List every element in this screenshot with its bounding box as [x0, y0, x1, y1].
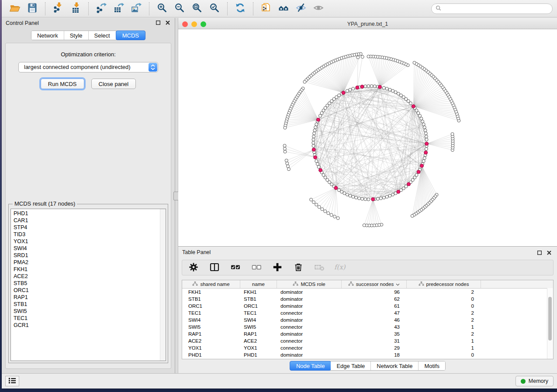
table-cell: 2: [407, 317, 481, 323]
table-cell: dominator: [277, 289, 342, 295]
table-row[interactable]: ACE2ACE2connector311: [182, 337, 553, 344]
zoom-selected-icon: [209, 2, 220, 15]
zoom-out-icon: [174, 2, 185, 15]
desktop-background: Control Panel NetworkStyleSelectMCDS Opt…: [0, 0, 557, 392]
network-canvas[interactable]: [178, 29, 557, 246]
search-input[interactable]: [444, 5, 548, 12]
tab-network[interactable]: Network: [31, 31, 64, 40]
mcds-result-item[interactable]: RAP1: [14, 294, 159, 301]
zoom-selected-button[interactable]: [206, 1, 223, 16]
mcds-result-item[interactable]: STB5: [14, 280, 159, 287]
table-row[interactable]: RAP1RAP1dominator352: [182, 330, 553, 337]
float-panel-icon[interactable]: [537, 249, 542, 257]
refresh-icon: [235, 2, 246, 15]
zoom-out-button[interactable]: [171, 1, 188, 16]
fx-icon: f(x): [334, 262, 347, 273]
mcds-result-item[interactable]: GCR1: [14, 322, 159, 329]
export-table-button[interactable]: [110, 1, 128, 16]
column-header-MCDS-role[interactable]: MCDS role: [277, 280, 342, 288]
export-network-button[interactable]: [93, 1, 110, 16]
mcds-result-item[interactable]: TEC1: [14, 315, 159, 322]
float-panel-icon[interactable]: [156, 20, 161, 25]
column-label: predecessor nodes: [426, 282, 469, 287]
shared-column-icon: [293, 281, 298, 287]
tab-node-table[interactable]: Node Table: [290, 361, 332, 371]
mcds-result-item[interactable]: SWI5: [14, 308, 159, 315]
mcds-result-item[interactable]: ACE2: [14, 273, 159, 280]
close-panel-icon[interactable]: [547, 249, 552, 257]
tab-mcds[interactable]: MCDS: [116, 31, 145, 40]
task-history-button[interactable]: [5, 376, 19, 386]
tab-motifs[interactable]: Motifs: [419, 361, 445, 370]
mcds-result-item[interactable]: FKH1: [14, 266, 159, 273]
show-columns-button[interactable]: [208, 261, 221, 274]
optimization-criterion-select[interactable]: largest connected component (undirected): [18, 62, 158, 72]
save-session-button[interactable]: [24, 1, 41, 16]
tab-edge-table[interactable]: Edge Table: [331, 361, 371, 370]
table-scrollbar[interactable]: [547, 288, 553, 359]
table-cell: STB1: [182, 296, 240, 302]
eye-icon: [313, 2, 324, 15]
mcds-result-item[interactable]: STB1: [14, 301, 159, 308]
table-row[interactable]: SWI4SWI4dominator462: [182, 316, 553, 323]
table-row[interactable]: PHD1PHD1dominator180: [182, 351, 553, 358]
table-cell: dominator: [277, 352, 342, 358]
tab-network-table[interactable]: Network Table: [371, 361, 419, 370]
network-graph[interactable]: [178, 29, 557, 246]
first-neighbors-button[interactable]: [275, 1, 292, 16]
mcds-result-item[interactable]: SWI4: [14, 245, 159, 252]
column-header-shared-name[interactable]: shared name: [182, 280, 240, 288]
table-row[interactable]: TEC1TEC1connector472: [182, 309, 553, 316]
mcds-result-item[interactable]: TID3: [14, 231, 159, 238]
mcds-result-item[interactable]: CAR1: [14, 217, 159, 224]
table-row[interactable]: FKH1FKH1dominator962: [182, 289, 553, 296]
open-session-button[interactable]: [6, 1, 24, 16]
delete-columns-button[interactable]: [292, 261, 304, 274]
table-row[interactable]: YOX1YOX1connector291: [182, 344, 553, 351]
export-image-button[interactable]: [128, 1, 145, 16]
mcds-result-item[interactable]: PHD1: [14, 210, 159, 217]
table-row[interactable]: ORC1ORC1dominator610: [182, 303, 553, 309]
table-cell: 2: [407, 310, 481, 316]
create-column-button[interactable]: [271, 261, 284, 274]
column-header-name[interactable]: name: [240, 280, 277, 288]
criterion-selected-value: largest connected component (undirected): [19, 62, 158, 72]
list-scrollbar[interactable]: [160, 209, 166, 361]
close-panel-icon[interactable]: [165, 20, 170, 25]
table-cell: 46: [342, 317, 407, 323]
import-network-button[interactable]: [49, 1, 67, 16]
tab-select[interactable]: Select: [89, 31, 116, 40]
table-row[interactable]: STB1STB1dominator620: [182, 296, 553, 303]
column-header-predecessor-nodes[interactable]: predecessor nodes: [407, 280, 481, 288]
table-settings-button[interactable]: [187, 261, 200, 274]
table-cell: 0: [407, 352, 481, 358]
run-mcds-button[interactable]: Run MCDS: [41, 79, 84, 89]
mcds-result-item[interactable]: YOX1: [14, 238, 159, 245]
mcds-result-item[interactable]: STP4: [14, 224, 159, 231]
refresh-view-button[interactable]: [232, 1, 249, 16]
table-cell: PHD1: [182, 352, 240, 358]
tab-style[interactable]: Style: [64, 31, 89, 40]
search-box[interactable]: [431, 3, 553, 14]
table-cell: 1: [407, 345, 481, 351]
close-panel-button[interactable]: Close panel: [91, 79, 136, 89]
hide-selected-button[interactable]: [292, 1, 310, 16]
panel-splitter[interactable]: [175, 18, 178, 373]
scrollbar-thumb[interactable]: [548, 297, 552, 340]
zoom-fit-button[interactable]: [188, 1, 206, 16]
import-table-button[interactable]: [67, 1, 84, 16]
memory-button[interactable]: Memory: [515, 376, 554, 386]
export-to-web-button[interactable]: [257, 1, 275, 16]
table-cell: 2: [407, 331, 481, 337]
show-all-button[interactable]: [310, 1, 327, 16]
mcds-result-item[interactable]: SRD1: [14, 252, 159, 259]
select-all-rows-button[interactable]: [229, 261, 242, 274]
column-header-successor-nodes[interactable]: successor nodes: [342, 280, 407, 288]
mcds-result-item[interactable]: ORC1: [14, 287, 159, 294]
deselect-all-rows-button[interactable]: [250, 261, 263, 274]
search-icon: [436, 5, 441, 13]
zoom-in-button[interactable]: [153, 1, 171, 16]
mcds-result-list[interactable]: PHD1CAR1STP4TID3YOX1SWI4SRD1PMA2FKH1ACE2…: [10, 209, 166, 361]
mcds-result-item[interactable]: PMA2: [14, 259, 159, 266]
table-row[interactable]: SWI5SWI5connector431: [182, 323, 553, 330]
